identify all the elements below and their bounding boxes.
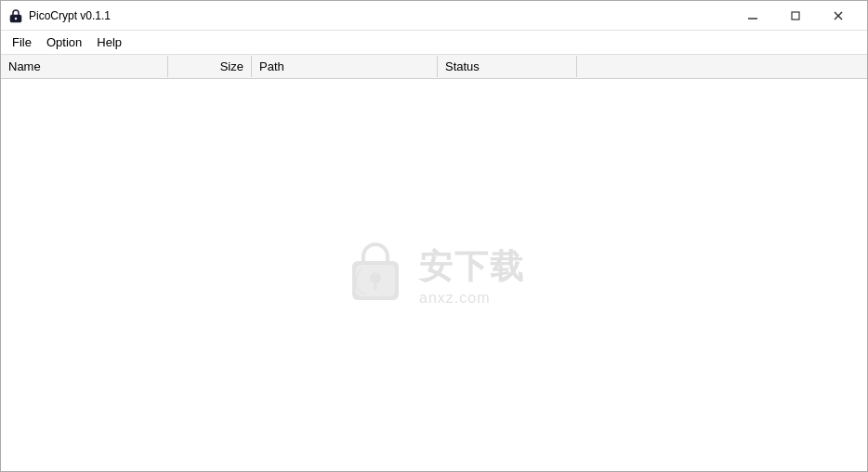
table-body: 安下载 anxz.com (1, 79, 867, 471)
table-header: Name Size Path Status (1, 55, 867, 79)
svg-rect-7 (356, 265, 395, 296)
app-icon (8, 8, 23, 23)
close-button[interactable] (817, 1, 860, 31)
title-bar: PicoCrypt v0.1.1 (1, 1, 867, 31)
svg-point-8 (370, 272, 381, 283)
menu-help[interactable]: Help (89, 33, 129, 52)
svg-rect-3 (792, 12, 799, 20)
column-header-size: Size (168, 56, 252, 77)
column-header-path: Path (252, 56, 438, 77)
svg-rect-6 (352, 261, 399, 300)
minimize-button[interactable] (731, 1, 774, 31)
watermark: 安下载 anxz.com (343, 243, 525, 308)
menu-file[interactable]: File (5, 33, 39, 52)
column-header-extra (577, 63, 867, 71)
menu-option[interactable]: Option (39, 33, 89, 52)
svg-point-1 (15, 17, 17, 19)
column-header-name: Name (1, 56, 168, 77)
title-bar-left: PicoCrypt v0.1.1 (8, 8, 111, 23)
maximize-button[interactable] (774, 1, 817, 31)
watermark-text: 安下载 anxz.com (419, 244, 525, 307)
window-controls (731, 1, 860, 31)
watermark-cn-text: 安下载 (419, 244, 525, 290)
menu-bar: File Option Help (1, 31, 867, 55)
app-window: PicoCrypt v0.1.1 File Optio (0, 0, 868, 472)
watermark-en-text: anxz.com (419, 290, 490, 307)
window-title: PicoCrypt v0.1.1 (29, 9, 111, 22)
column-header-status: Status (438, 56, 577, 77)
watermark-icon (343, 243, 408, 308)
